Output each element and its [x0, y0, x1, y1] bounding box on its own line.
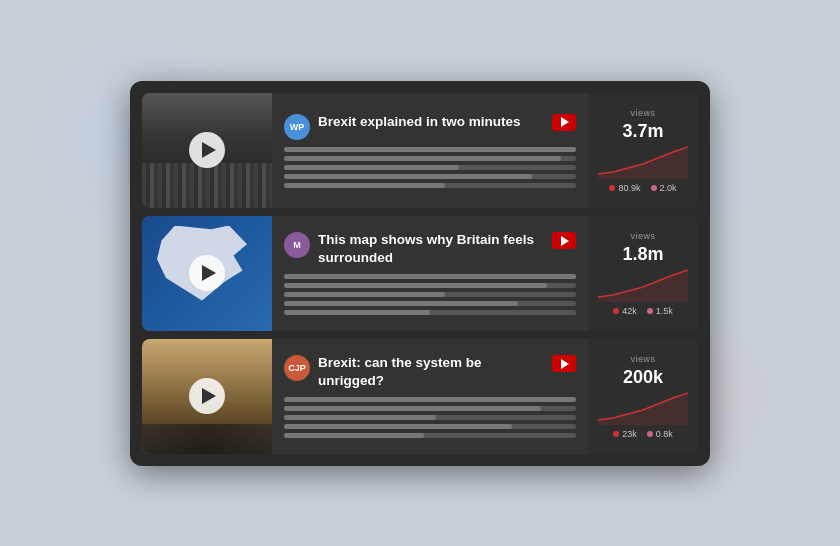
progress-bar-4	[284, 424, 576, 429]
progress-bar-2	[284, 156, 576, 161]
hearts-count: 1.5k	[647, 306, 673, 316]
video-progress-bars	[284, 397, 576, 438]
video-progress-bars	[284, 274, 576, 315]
progress-bar-3	[284, 415, 576, 420]
progress-fill	[284, 415, 436, 420]
progress-fill	[284, 174, 532, 179]
progress-fill	[284, 397, 576, 402]
progress-bar-3	[284, 165, 576, 170]
video-thumbnail[interactable]	[142, 339, 272, 454]
hearts-value: 1.5k	[656, 306, 673, 316]
channel-avatar[interactable]: CJP	[284, 355, 310, 381]
video-info: M This map shows why Britain feels surro…	[272, 216, 588, 331]
hearts-value: 2.0k	[660, 183, 677, 193]
youtube-play-icon	[561, 236, 569, 246]
play-button[interactable]	[189, 255, 225, 291]
progress-bar-3	[284, 292, 576, 297]
video-row-3[interactable]: CJP Brexit: can the system be unrigged? …	[142, 339, 698, 454]
views-chart	[598, 144, 688, 179]
progress-fill	[284, 433, 424, 438]
likes-dot	[613, 308, 619, 314]
progress-fill	[284, 310, 430, 315]
views-chart	[598, 390, 688, 425]
video-header: WP Brexit explained in two minutes	[284, 113, 576, 140]
play-overlay[interactable]	[142, 339, 272, 454]
likes-count: 23k	[613, 429, 637, 439]
play-icon	[202, 388, 216, 404]
video-info: CJP Brexit: can the system be unrigged?	[272, 339, 588, 454]
progress-fill	[284, 156, 561, 161]
likes-dot	[609, 185, 615, 191]
hearts-dot	[651, 185, 657, 191]
video-row-2[interactable]: M This map shows why Britain feels surro…	[142, 216, 698, 331]
video-title: Brexit explained in two minutes	[318, 113, 544, 131]
progress-fill	[284, 183, 445, 188]
progress-bar-2	[284, 406, 576, 411]
progress-fill	[284, 301, 518, 306]
progress-fill	[284, 424, 512, 429]
hearts-count: 2.0k	[651, 183, 677, 193]
channel-abbr: M	[293, 240, 301, 250]
video-title: Brexit: can the system be unrigged?	[318, 354, 544, 389]
likes-value: 42k	[622, 306, 637, 316]
video-stats: views 1.8m 42k 1.5k	[588, 216, 698, 331]
play-button[interactable]	[189, 378, 225, 414]
views-count: 200k	[623, 368, 663, 386]
views-label: views	[630, 354, 655, 364]
hearts-value: 0.8k	[656, 429, 673, 439]
progress-bar-5	[284, 310, 576, 315]
progress-fill	[284, 147, 576, 152]
video-progress-bars	[284, 147, 576, 188]
play-icon	[202, 142, 216, 158]
play-overlay[interactable]	[142, 93, 272, 208]
channel-abbr: CJP	[288, 363, 306, 373]
channel-abbr: WP	[290, 122, 305, 132]
play-icon	[202, 265, 216, 281]
reactions: 23k 0.8k	[613, 429, 673, 439]
likes-value: 80.9k	[618, 183, 640, 193]
progress-bar-1	[284, 274, 576, 279]
progress-bar-4	[284, 174, 576, 179]
video-stats: views 3.7m 80.9k 2.0k	[588, 93, 698, 208]
youtube-badge[interactable]	[552, 114, 576, 131]
video-header: M This map shows why Britain feels surro…	[284, 231, 576, 266]
progress-bar-5	[284, 183, 576, 188]
video-row-1[interactable]: WP Brexit explained in two minutes views…	[142, 93, 698, 208]
views-label: views	[630, 108, 655, 118]
channel-avatar[interactable]: WP	[284, 114, 310, 140]
progress-bar-4	[284, 301, 576, 306]
progress-fill	[284, 406, 541, 411]
youtube-badge[interactable]	[552, 232, 576, 249]
youtube-play-icon	[561, 117, 569, 127]
progress-fill	[284, 292, 445, 297]
progress-fill	[284, 283, 547, 288]
progress-bar-1	[284, 397, 576, 402]
play-overlay[interactable]	[142, 216, 272, 331]
likes-count: 42k	[613, 306, 637, 316]
likes-dot	[613, 431, 619, 437]
hearts-dot	[647, 308, 653, 314]
views-count: 3.7m	[622, 122, 663, 140]
hearts-count: 0.8k	[647, 429, 673, 439]
views-count: 1.8m	[622, 245, 663, 263]
youtube-play-icon	[561, 359, 569, 369]
progress-fill	[284, 274, 576, 279]
video-list-card: WP Brexit explained in two minutes views…	[130, 81, 710, 466]
reactions: 42k 1.5k	[613, 306, 673, 316]
likes-count: 80.9k	[609, 183, 640, 193]
video-header: CJP Brexit: can the system be unrigged?	[284, 354, 576, 389]
views-chart	[598, 267, 688, 302]
likes-value: 23k	[622, 429, 637, 439]
video-info: WP Brexit explained in two minutes	[272, 93, 588, 208]
progress-fill	[284, 165, 459, 170]
channel-avatar[interactable]: M	[284, 232, 310, 258]
play-button[interactable]	[189, 132, 225, 168]
video-thumbnail[interactable]	[142, 216, 272, 331]
video-stats: views 200k 23k 0.8k	[588, 339, 698, 454]
progress-bar-5	[284, 433, 576, 438]
reactions: 80.9k 2.0k	[609, 183, 676, 193]
progress-bar-1	[284, 147, 576, 152]
video-title: This map shows why Britain feels surroun…	[318, 231, 544, 266]
video-thumbnail[interactable]	[142, 93, 272, 208]
youtube-badge[interactable]	[552, 355, 576, 372]
